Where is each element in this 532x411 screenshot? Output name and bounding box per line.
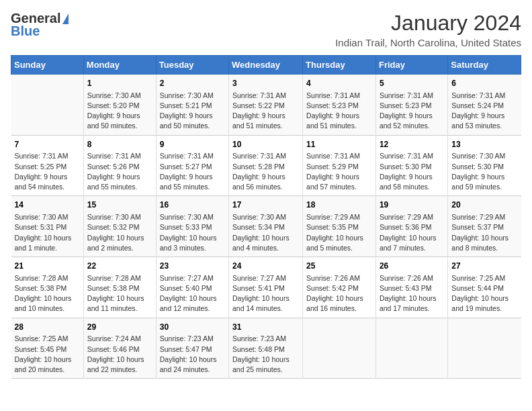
day-number: 25 (306, 261, 372, 272)
day-cell (375, 318, 447, 379)
page-header: General Blue January 2024 Indian Trail, … (11, 11, 521, 48)
day-info: Sunrise: 7:31 AMSunset: 5:29 PMDaylight:… (306, 151, 372, 192)
day-info: Sunrise: 7:26 AMSunset: 5:43 PMDaylight:… (380, 273, 444, 314)
day-number: 27 (451, 261, 517, 272)
col-monday: Monday (83, 56, 156, 75)
day-cell: 22Sunrise: 7:28 AMSunset: 5:38 PMDayligh… (83, 257, 156, 318)
day-number: 13 (451, 139, 517, 150)
day-number: 23 (160, 261, 225, 272)
day-number: 7 (15, 139, 80, 150)
day-cell: 27Sunrise: 7:25 AMSunset: 5:44 PMDayligh… (448, 257, 521, 318)
day-info: Sunrise: 7:31 AMSunset: 5:22 PMDaylight:… (232, 91, 299, 132)
week-row-1: 1Sunrise: 7:30 AMSunset: 5:20 PMDaylight… (11, 75, 521, 136)
day-info: Sunrise: 7:29 AMSunset: 5:35 PMDaylight:… (306, 212, 372, 253)
day-cell: 31Sunrise: 7:23 AMSunset: 5:48 PMDayligh… (229, 318, 303, 379)
day-number: 1 (87, 78, 152, 89)
day-number: 2 (160, 78, 225, 89)
day-info: Sunrise: 7:31 AMSunset: 5:27 PMDaylight:… (160, 151, 225, 192)
day-number: 8 (87, 139, 152, 150)
week-row-2: 7Sunrise: 7:31 AMSunset: 5:25 PMDaylight… (11, 135, 521, 196)
day-cell: 14Sunrise: 7:30 AMSunset: 5:31 PMDayligh… (11, 196, 84, 257)
day-number: 14 (15, 199, 80, 211)
day-info: Sunrise: 7:31 AMSunset: 5:23 PMDaylight:… (380, 91, 444, 132)
day-cell: 26Sunrise: 7:26 AMSunset: 5:43 PMDayligh… (375, 257, 447, 318)
day-number: 6 (451, 78, 517, 89)
day-cell: 23Sunrise: 7:27 AMSunset: 5:40 PMDayligh… (156, 257, 228, 318)
day-number: 9 (160, 139, 225, 150)
logo: General Blue (11, 11, 69, 39)
day-info: Sunrise: 7:30 AMSunset: 5:32 PMDaylight:… (87, 212, 152, 253)
day-info: Sunrise: 7:29 AMSunset: 5:37 PMDaylight:… (451, 212, 517, 253)
day-info: Sunrise: 7:30 AMSunset: 5:21 PMDaylight:… (160, 91, 225, 132)
week-row-4: 21Sunrise: 7:28 AMSunset: 5:38 PMDayligh… (11, 257, 521, 318)
day-number: 4 (306, 78, 372, 89)
col-saturday: Saturday (448, 56, 521, 75)
day-info: Sunrise: 7:31 AMSunset: 5:23 PMDaylight:… (306, 91, 372, 132)
day-info: Sunrise: 7:29 AMSunset: 5:36 PMDaylight:… (380, 212, 444, 253)
day-number: 17 (232, 199, 299, 211)
day-cell (11, 75, 84, 136)
title-section: January 2024 Indian Trail, North Carolin… (335, 11, 521, 48)
day-info: Sunrise: 7:31 AMSunset: 5:26 PMDaylight:… (87, 151, 152, 192)
calendar-title: January 2024 (335, 11, 521, 36)
day-cell: 21Sunrise: 7:28 AMSunset: 5:38 PMDayligh… (11, 257, 84, 318)
day-cell: 9Sunrise: 7:31 AMSunset: 5:27 PMDaylight… (156, 135, 228, 196)
header-row: Sunday Monday Tuesday Wednesday Thursday… (11, 56, 521, 75)
day-info: Sunrise: 7:30 AMSunset: 5:20 PMDaylight:… (87, 91, 152, 132)
day-cell: 15Sunrise: 7:30 AMSunset: 5:32 PMDayligh… (83, 196, 156, 257)
day-cell (303, 318, 376, 379)
day-number: 24 (232, 261, 299, 272)
calendar-table: Sunday Monday Tuesday Wednesday Thursday… (11, 55, 521, 379)
calendar-header: Sunday Monday Tuesday Wednesday Thursday… (11, 56, 521, 75)
day-info: Sunrise: 7:23 AMSunset: 5:48 PMDaylight:… (232, 334, 299, 375)
day-cell: 28Sunrise: 7:25 AMSunset: 5:45 PMDayligh… (11, 318, 84, 379)
day-cell: 16Sunrise: 7:30 AMSunset: 5:33 PMDayligh… (156, 196, 228, 257)
day-info: Sunrise: 7:26 AMSunset: 5:42 PMDaylight:… (306, 273, 372, 314)
day-number: 11 (306, 139, 372, 150)
col-sunday: Sunday (11, 56, 84, 75)
day-info: Sunrise: 7:28 AMSunset: 5:38 PMDaylight:… (87, 273, 152, 314)
day-cell: 6Sunrise: 7:31 AMSunset: 5:24 PMDaylight… (448, 75, 521, 136)
day-number: 22 (87, 261, 152, 272)
day-cell: 18Sunrise: 7:29 AMSunset: 5:35 PMDayligh… (303, 196, 376, 257)
day-cell: 12Sunrise: 7:31 AMSunset: 5:30 PMDayligh… (375, 135, 447, 196)
day-cell: 1Sunrise: 7:30 AMSunset: 5:20 PMDaylight… (83, 75, 156, 136)
day-info: Sunrise: 7:25 AMSunset: 5:44 PMDaylight:… (451, 273, 517, 314)
day-number: 5 (380, 78, 444, 89)
day-cell: 24Sunrise: 7:27 AMSunset: 5:41 PMDayligh… (229, 257, 303, 318)
day-cell: 11Sunrise: 7:31 AMSunset: 5:29 PMDayligh… (303, 135, 376, 196)
day-number: 10 (232, 139, 299, 150)
day-cell: 2Sunrise: 7:30 AMSunset: 5:21 PMDaylight… (156, 75, 228, 136)
calendar-subtitle: Indian Trail, North Carolina, United Sta… (335, 37, 521, 48)
day-cell: 8Sunrise: 7:31 AMSunset: 5:26 PMDaylight… (83, 135, 156, 196)
logo-arrow-icon (62, 13, 69, 24)
day-number: 30 (160, 322, 225, 333)
day-number: 12 (380, 139, 444, 150)
week-row-3: 14Sunrise: 7:30 AMSunset: 5:31 PMDayligh… (11, 196, 521, 257)
day-cell: 3Sunrise: 7:31 AMSunset: 5:22 PMDaylight… (229, 75, 303, 136)
day-number: 3 (232, 78, 299, 89)
day-number: 28 (15, 322, 80, 333)
day-number: 15 (87, 199, 152, 211)
day-info: Sunrise: 7:28 AMSunset: 5:38 PMDaylight:… (15, 273, 80, 314)
day-number: 26 (380, 261, 444, 272)
day-cell: 30Sunrise: 7:23 AMSunset: 5:47 PMDayligh… (156, 318, 228, 379)
logo-blue-text: Blue (11, 24, 40, 39)
day-number: 19 (380, 199, 444, 211)
day-info: Sunrise: 7:31 AMSunset: 5:30 PMDaylight:… (380, 151, 444, 192)
day-cell: 19Sunrise: 7:29 AMSunset: 5:36 PMDayligh… (375, 196, 447, 257)
day-cell: 10Sunrise: 7:31 AMSunset: 5:28 PMDayligh… (229, 135, 303, 196)
day-info: Sunrise: 7:31 AMSunset: 5:25 PMDaylight:… (15, 151, 80, 192)
col-friday: Friday (375, 56, 447, 75)
day-number: 31 (232, 322, 299, 333)
day-info: Sunrise: 7:30 AMSunset: 5:30 PMDaylight:… (451, 151, 517, 192)
week-row-5: 28Sunrise: 7:25 AMSunset: 5:45 PMDayligh… (11, 318, 521, 379)
day-number: 21 (15, 261, 80, 272)
day-cell: 13Sunrise: 7:30 AMSunset: 5:30 PMDayligh… (448, 135, 521, 196)
day-info: Sunrise: 7:27 AMSunset: 5:40 PMDaylight:… (160, 273, 225, 314)
col-tuesday: Tuesday (156, 56, 228, 75)
day-cell: 5Sunrise: 7:31 AMSunset: 5:23 PMDaylight… (375, 75, 447, 136)
day-info: Sunrise: 7:30 AMSunset: 5:34 PMDaylight:… (232, 212, 299, 253)
day-cell: 17Sunrise: 7:30 AMSunset: 5:34 PMDayligh… (229, 196, 303, 257)
day-cell: 25Sunrise: 7:26 AMSunset: 5:42 PMDayligh… (303, 257, 376, 318)
